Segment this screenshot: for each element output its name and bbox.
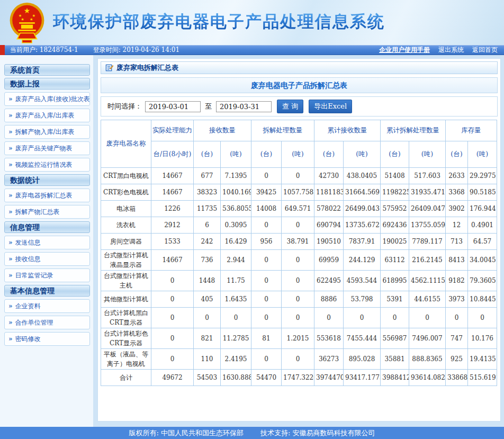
sidebar-section-header[interactable]: 基本信息管理 <box>4 285 90 297</box>
sidebar-item[interactable]: »视频监控运行情况表 <box>4 158 90 172</box>
sidebar-item[interactable]: »发送信息 <box>4 236 90 249</box>
date-range-label: 时间选择： <box>107 102 142 111</box>
table-row: CRT彩色电视机14667383231040.169394251057.7585… <box>101 184 497 201</box>
column-header-group: 累计拆解处理数量 <box>381 120 446 141</box>
data-cell: 1057.7585 <box>282 184 314 201</box>
data-cell: 81 <box>251 328 282 349</box>
column-header-unit-dun: (吨) <box>221 141 251 168</box>
sidebar-item[interactable]: »废弃电器拆解汇总表 <box>4 189 90 202</box>
double-chevron-icon: » <box>8 335 13 343</box>
data-cell: 0 <box>194 308 221 328</box>
data-cell: 42730 <box>314 168 344 184</box>
data-cell: 110 <box>194 349 221 370</box>
sidebar-item[interactable]: »废弃产品入库/出库表 <box>4 109 90 122</box>
date-to-label: 至 <box>205 102 212 111</box>
sidebar-item-label: 拆解产物入库/出库表 <box>15 128 75 136</box>
red-flag-decoration <box>0 45 5 55</box>
sidebar-item[interactable]: »接收信息 <box>4 252 90 266</box>
query-button[interactable]: 查 询 <box>277 100 303 113</box>
sidebar-section-header[interactable]: 数据上报 <box>4 78 90 89</box>
data-cell: 14667 <box>151 168 194 184</box>
sidebar-item[interactable]: »废弃产品关键产物表 <box>4 141 90 155</box>
row-name-cell: 台式微型计算机主机 <box>101 271 151 291</box>
double-chevron-icon: » <box>8 128 13 136</box>
sidebar-item[interactable]: »企业资料 <box>4 299 90 313</box>
main-panel: 废弃家电拆解汇总表 废弃电器电子产品拆解汇总表 时间选择： 至 查 询 导出Ex… <box>97 58 501 422</box>
sidebar-item[interactable]: »合作单位管理 <box>4 316 90 329</box>
sidebar-item-label: 发送信息 <box>15 239 41 246</box>
column-header-group: 接收数量 <box>194 120 251 141</box>
data-cell: 3973 <box>446 291 468 308</box>
data-cell: 26409.0475 <box>409 201 446 217</box>
data-cell: 0 <box>151 308 194 328</box>
row-name-cell: 台式计算机黑白CRT显示器 <box>101 308 151 328</box>
sidebar-section-header[interactable]: 系统首页 <box>4 64 90 76</box>
data-cell: 2633 <box>446 168 468 184</box>
data-cell: 0 <box>151 291 194 308</box>
data-cell: 0 <box>446 308 468 328</box>
sidebar-item[interactable]: »拆解产物汇总表 <box>4 205 90 219</box>
data-cell: 6 <box>194 217 221 234</box>
sidebar-item[interactable]: »日常监管记录 <box>4 268 90 282</box>
data-cell: 10.8445 <box>468 291 497 308</box>
data-cell: 54470 <box>251 370 282 386</box>
export-excel-button[interactable]: 导出Excel <box>309 100 352 113</box>
data-cell: 190025 <box>381 234 409 250</box>
double-chevron-icon: » <box>8 112 13 119</box>
data-cell: 575952 <box>381 201 409 217</box>
data-cell: 0 <box>251 168 282 184</box>
row-name-cell: 洗衣机 <box>101 217 151 234</box>
sidebar-item[interactable]: »密码修改 <box>4 332 90 346</box>
data-cell: 8413 <box>446 250 468 271</box>
data-cell: 34.0045 <box>468 250 497 271</box>
data-cell: 553618 <box>314 328 344 349</box>
data-cell: 53.798 <box>344 291 381 308</box>
column-header-unit-dun: (吨) <box>468 141 497 168</box>
data-cell: 0 <box>151 349 194 370</box>
data-cell: 1448 <box>194 271 221 291</box>
column-header-capacity-unit: 台/日(8小时) <box>151 141 194 168</box>
date-to-input[interactable] <box>216 101 272 112</box>
row-name-cell: 平板（液晶、等离子）电视机 <box>101 349 151 370</box>
data-cell: 38.791 <box>282 234 314 250</box>
user-manual-link[interactable]: 企业用户使用手册 <box>379 46 430 55</box>
data-cell: 0 <box>282 250 314 271</box>
data-cell: 1.2015 <box>282 328 314 349</box>
double-chevron-icon: » <box>8 302 13 310</box>
sidebar-item-label: 视频监控运行情况表 <box>15 161 73 168</box>
data-cell: 14667 <box>151 250 194 271</box>
data-cell: 2.944 <box>221 250 251 271</box>
data-cell: 956 <box>251 234 282 250</box>
data-cell: 9182 <box>446 271 468 291</box>
row-name-cell: CRT彩色电视机 <box>101 184 151 201</box>
data-cell: 3988412 <box>381 370 409 386</box>
data-cell: 12 <box>446 217 468 234</box>
sidebar-section-header[interactable]: 数据统计 <box>4 174 90 186</box>
current-user: 当前用户: 18248754-1 <box>10 46 78 55</box>
home-link[interactable]: 返回首页 <box>472 46 498 55</box>
sidebar-item[interactable]: »拆解产物入库/出库表 <box>4 125 90 139</box>
data-cell: 11735 <box>194 201 221 217</box>
data-cell: 821 <box>194 328 221 349</box>
data-cell: 888.8365 <box>409 349 446 370</box>
table-row: 合计49672545031630.8880544701747.322039744… <box>101 370 497 386</box>
sidebar-item[interactable]: »废弃产品入库(接收)批次表 <box>4 92 90 106</box>
data-cell: 1.6435 <box>221 291 251 308</box>
data-cell: 0 <box>221 308 251 328</box>
data-cell: 7837.91 <box>344 234 381 250</box>
data-cell: 38323 <box>194 184 221 201</box>
data-cell: 39425 <box>251 184 282 201</box>
data-cell: 93417.1775 <box>344 370 381 386</box>
data-cell: 11.75 <box>221 271 251 291</box>
data-cell: 0 <box>282 291 314 308</box>
data-cell: 2.4195 <box>221 349 251 370</box>
data-cell: 0 <box>151 328 194 349</box>
sidebar-section-header[interactable]: 信息管理 <box>4 221 90 233</box>
logout-link[interactable]: 退出系统 <box>438 46 464 55</box>
date-from-input[interactable] <box>145 101 201 112</box>
data-cell: 925 <box>446 349 468 370</box>
column-header-name: 废弃电器名称 <box>101 120 151 168</box>
table-row: 房间空调器153324216.42995638.7911905107837.91… <box>101 234 497 250</box>
page-title-bar: 废弃家电拆解汇总表 <box>101 61 498 74</box>
row-name-cell: 其他微型计算机 <box>101 291 151 308</box>
